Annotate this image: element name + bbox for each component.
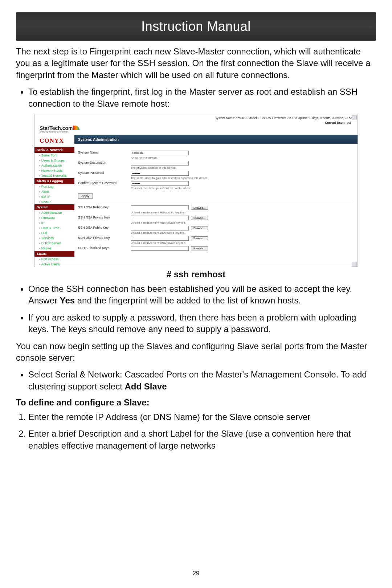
- browse-button[interactable]: Browse...: [191, 246, 208, 250]
- list-item: Enter a brief Description and a short La…: [28, 428, 376, 452]
- file-input[interactable]: [131, 236, 189, 241]
- nav-item[interactable]: Administration: [34, 210, 74, 215]
- system-name-input[interactable]: [131, 151, 189, 155]
- list-item: Enter the remote IP Address (or DNS Name…: [28, 411, 376, 423]
- system-description-input[interactable]: [131, 161, 189, 166]
- file-input[interactable]: [131, 226, 189, 230]
- scroll-up-icon[interactable]: [352, 115, 357, 120]
- apply-button[interactable]: Apply: [78, 193, 93, 199]
- nav-item[interactable]: Port Access: [34, 257, 74, 262]
- file-input[interactable]: [131, 216, 189, 220]
- intro-paragraph: The next step is to Fingerprint each new…: [16, 46, 376, 81]
- after-paragraph: You can now begin setting up the Slaves …: [16, 340, 376, 364]
- nav-item[interactable]: Serial Port: [34, 153, 74, 158]
- ssh-caption: # ssh remhost: [16, 269, 376, 279]
- nav-section: Alerts & Logging: [34, 178, 74, 184]
- scroll-down-icon[interactable]: [352, 262, 357, 267]
- page-number: 29: [0, 570, 392, 577]
- embedded-screenshot: System Name: ecs0016 Model: ECS00xx Firm…: [34, 115, 358, 267]
- nav-section: Status: [34, 251, 74, 257]
- nav-section: Serial & Network: [34, 147, 74, 153]
- nav-item[interactable]: Dial: [34, 230, 74, 236]
- logo-block: StarTech.com Making hard-to-find easy!: [34, 124, 358, 135]
- nav-item[interactable]: Nagios: [34, 246, 74, 251]
- admin-form: System Name An ID for this device. Syste…: [74, 147, 358, 267]
- header-title: Instruction Manual: [141, 19, 250, 34]
- bullet-list-3: Select Serial & Network: Cascaded Ports …: [16, 369, 376, 392]
- browse-button[interactable]: Browse...: [191, 216, 208, 220]
- numbered-list: Enter the remote IP Address (or DNS Name…: [16, 411, 376, 452]
- file-input[interactable]: [131, 246, 189, 251]
- nav-section: System: [34, 204, 74, 210]
- browse-button[interactable]: Browse...: [191, 226, 208, 230]
- header-band: Instruction Manual: [16, 12, 376, 41]
- list-item: If you are asked to supply a password, t…: [28, 312, 376, 335]
- confirm-password-input[interactable]: [131, 181, 189, 186]
- nav-item[interactable]: Port Log: [34, 184, 74, 189]
- manual-page: Instruction Manual The next step is to F…: [0, 0, 392, 588]
- bullet-list-2: Once the SSH connection has been establi…: [16, 283, 376, 335]
- nav-item[interactable]: DHCP Server: [34, 241, 74, 246]
- nav-item[interactable]: Services: [34, 236, 74, 241]
- nav-item[interactable]: Trusted Networks: [34, 173, 74, 178]
- system-password-input[interactable]: [131, 171, 189, 176]
- subheading: To define and configure a Slave:: [16, 397, 376, 408]
- nav-item[interactable]: Authentication: [34, 163, 74, 168]
- nav-item[interactable]: Network Hosts: [34, 168, 74, 173]
- conyx-brand: CONYX: [34, 135, 74, 147]
- nav-item[interactable]: Active Users: [34, 262, 74, 267]
- browse-button[interactable]: Browse...: [191, 206, 208, 210]
- browse-button[interactable]: Browse...: [191, 236, 208, 240]
- nav-item[interactable]: Users & Groups: [34, 158, 74, 163]
- nav-item[interactable]: IP: [34, 220, 74, 225]
- logo-swoosh-icon: [73, 126, 79, 130]
- breadcrumb: System: Administration: [74, 135, 358, 144]
- nav-item[interactable]: Alerts: [34, 189, 74, 194]
- shot-status-bar: System Name: ecs0016 Model: ECS00xx Firm…: [34, 115, 358, 121]
- nav-item[interactable]: SMTP: [34, 194, 74, 199]
- list-item: Once the SSH connection has been establi…: [28, 283, 376, 307]
- list-item: Select Serial & Network: Cascaded Ports …: [28, 369, 376, 392]
- nav-item[interactable]: SNMP: [34, 199, 74, 204]
- sidebar-nav: Serial & NetworkSerial PortUsers & Group…: [34, 147, 74, 267]
- nav-item[interactable]: Firmware: [34, 215, 74, 220]
- file-input[interactable]: [131, 205, 189, 210]
- list-item: To establish the fingerprint, first log …: [28, 86, 376, 110]
- nav-item[interactable]: Date & Time: [34, 225, 74, 230]
- bullet-list-1: To establish the fingerprint, first log …: [16, 86, 376, 110]
